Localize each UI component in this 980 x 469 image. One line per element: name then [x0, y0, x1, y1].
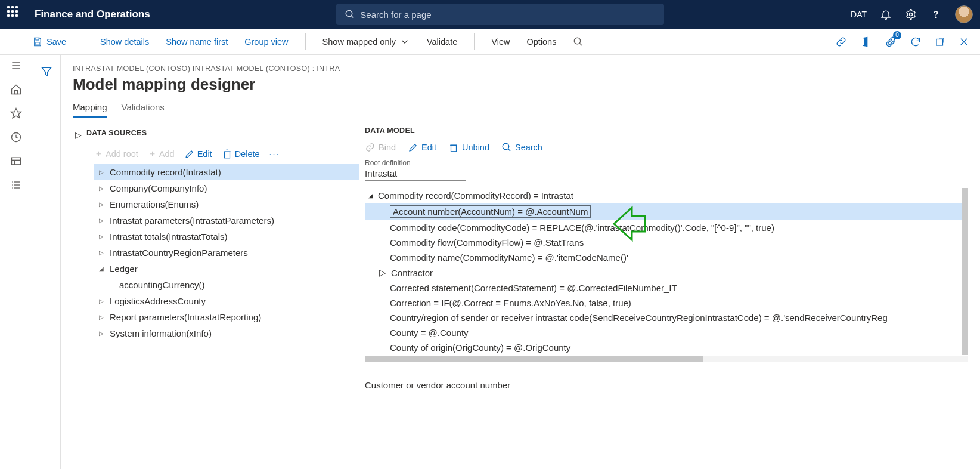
- avatar[interactable]: [955, 5, 973, 23]
- dm-tree-item[interactable]: Correction = IF(@.Correct = Enums.AxNoYe…: [365, 295, 962, 310]
- modules-icon[interactable]: [10, 179, 22, 191]
- company-picker[interactable]: DAT: [851, 10, 867, 19]
- global-search[interactable]: [336, 4, 664, 25]
- svg-line-6: [580, 43, 582, 45]
- ds-tree-item[interactable]: ◢Ledger: [94, 261, 359, 277]
- save-button[interactable]: Save: [32, 36, 66, 47]
- svg-point-5: [575, 38, 581, 44]
- tab-validations[interactable]: Validations: [122, 102, 165, 118]
- bind-button[interactable]: Bind: [365, 142, 396, 153]
- caret-right-icon: ▷: [99, 298, 105, 304]
- tab-strip: Mapping Validations: [73, 102, 968, 118]
- data-sources-tree: ▷Commodity record(Intrastat)▷Company(Com…: [94, 164, 359, 341]
- show-mapped-only-dropdown[interactable]: Show mapped only: [322, 36, 410, 47]
- ds-tree-item[interactable]: accountingCurrency(): [94, 277, 359, 293]
- caret-down-icon: ◢: [99, 266, 105, 272]
- star-icon[interactable]: [10, 107, 22, 119]
- horizontal-scrollbar[interactable]: [365, 356, 968, 362]
- pencil-icon: [408, 142, 418, 153]
- bell-icon[interactable]: [880, 8, 892, 20]
- gear-icon[interactable]: [905, 8, 917, 20]
- action-bar: Save Show details Show name first Group …: [0, 29, 980, 55]
- close-icon[interactable]: [959, 36, 969, 47]
- dm-tree-item[interactable]: Commodity code(CommodityCode) = REPLACE(…: [365, 220, 962, 235]
- group-view-button[interactable]: Group view: [244, 37, 288, 47]
- ds-tree-item[interactable]: ▷System information(xInfo): [94, 325, 359, 341]
- dm-tree-item-label: Corrected statement(CorrectedStatement) …: [390, 283, 677, 293]
- dm-tree-item[interactable]: ▷Contractor: [365, 265, 962, 280]
- ds-tree-item[interactable]: ▷Intrastat totals(IntrastatTotals): [94, 229, 359, 245]
- dm-tree-item[interactable]: Corrected statement(CorrectedStatement) …: [365, 280, 962, 295]
- more-ds-button[interactable]: ···: [269, 149, 280, 159]
- plus-icon: ＋: [148, 148, 157, 159]
- root-definition-label: Root definition: [365, 159, 968, 167]
- caret-down-icon: ◢: [368, 192, 373, 199]
- ds-tree-item[interactable]: ▷Commodity record(Intrastat): [94, 164, 359, 180]
- search-input[interactable]: [360, 10, 656, 20]
- dm-tree-item-label: Commodity name(CommodityName) = @.'itemC…: [390, 252, 628, 263]
- ds-tree-item[interactable]: ▷Intrastat parameters(IntrastatParameter…: [94, 212, 359, 229]
- caret-right-icon: ▷: [379, 267, 386, 278]
- root-definition-value[interactable]: Intrastat: [365, 167, 466, 181]
- waffle-icon[interactable]: [7, 6, 24, 23]
- svg-point-3: [935, 17, 936, 18]
- ds-tree-item[interactable]: ▷Company(CompanyInfo): [94, 180, 359, 196]
- separator: [474, 33, 475, 50]
- dm-root-node[interactable]: ◢ Commodity record(CommodityRecord) = In…: [365, 188, 962, 203]
- show-name-first-button[interactable]: Show name first: [166, 37, 228, 47]
- caret-right-icon: ▷: [99, 185, 105, 192]
- search-dm-button[interactable]: Search: [501, 142, 542, 153]
- validate-button[interactable]: Validate: [427, 37, 457, 47]
- ds-tree-item-label: IntrastatCountryRegionParameters: [110, 248, 248, 258]
- show-details-button[interactable]: Show details: [100, 37, 149, 47]
- caret-right-icon: ▷: [75, 130, 82, 140]
- ds-tree-item[interactable]: ▷IntrastatCountryRegionParameters: [94, 245, 359, 261]
- dm-tree-item-label: Account number(AccountNum) = @.AccountNu…: [390, 205, 591, 218]
- hamburger-icon[interactable]: [10, 60, 22, 72]
- help-icon[interactable]: [930, 8, 942, 20]
- home-icon[interactable]: [10, 84, 22, 95]
- pencil-icon: [184, 149, 195, 159]
- link-icon[interactable]: [836, 36, 846, 47]
- ds-tree-item-label: Intrastat parameters(IntrastatParameters…: [110, 215, 274, 226]
- search-inline-icon[interactable]: [573, 36, 584, 47]
- edit-ds-button[interactable]: Edit: [184, 149, 212, 159]
- add-root-button[interactable]: ＋ Add root: [94, 148, 138, 159]
- caret-right-icon: ▷: [99, 249, 105, 256]
- link-icon: [365, 142, 376, 153]
- save-label: Save: [46, 37, 66, 47]
- dm-tree-item[interactable]: Commodity flow(CommodityFlow) = @.StatTr…: [365, 235, 962, 250]
- office-icon[interactable]: [860, 36, 872, 48]
- edit-dm-button[interactable]: Edit: [408, 142, 436, 153]
- tab-mapping[interactable]: Mapping: [73, 102, 107, 118]
- workspace-icon[interactable]: [10, 155, 22, 167]
- dm-tree-item[interactable]: County = @.County: [365, 325, 962, 340]
- data-model-pane: DATA MODEL Bind Edit Unbind: [365, 126, 968, 463]
- caret-right-icon: ▷: [99, 330, 105, 337]
- clock-icon[interactable]: [10, 131, 22, 143]
- data-sources-section[interactable]: ▷ DATA SOURCES: [73, 126, 359, 143]
- add-button[interactable]: ＋ Add: [148, 148, 175, 159]
- attachments-button[interactable]: 0: [885, 36, 897, 48]
- ds-tree-item-label: Report parameters(IntrastatReporting): [110, 312, 261, 322]
- delete-ds-button[interactable]: Delete: [222, 149, 260, 159]
- dm-tree-item[interactable]: Account number(AccountNum) = @.AccountNu…: [365, 203, 962, 220]
- svg-rect-16: [11, 158, 20, 165]
- global-header: Finance and Operations DAT: [0, 0, 980, 29]
- unbind-button[interactable]: Unbind: [448, 142, 489, 153]
- view-button[interactable]: View: [491, 37, 510, 47]
- ds-tree-item[interactable]: ▷Report parameters(IntrastatReporting): [94, 309, 359, 325]
- ds-tree-item[interactable]: ▷LogisticsAddressCounty: [94, 293, 359, 309]
- dm-tree-item[interactable]: Country/region of sender or receiver int…: [365, 310, 962, 325]
- dm-tree-item[interactable]: County of origin(OrigCounty) = @.OrigCou…: [365, 340, 962, 355]
- options-button[interactable]: Options: [526, 37, 556, 47]
- search-icon: [345, 9, 355, 20]
- svg-marker-14: [11, 109, 21, 118]
- refresh-icon[interactable]: [910, 36, 922, 48]
- popout-icon[interactable]: [935, 36, 945, 47]
- breadcrumb: INTRASTAT MODEL (CONTOSO) INTRASTAT MODE…: [73, 64, 968, 73]
- dm-tree-item[interactable]: Commodity name(CommodityName) = @.'itemC…: [365, 250, 962, 265]
- funnel-icon[interactable]: [41, 66, 52, 78]
- scrollbar-thumb[interactable]: [365, 356, 703, 362]
- ds-tree-item[interactable]: ▷Enumerations(Enums): [94, 196, 359, 212]
